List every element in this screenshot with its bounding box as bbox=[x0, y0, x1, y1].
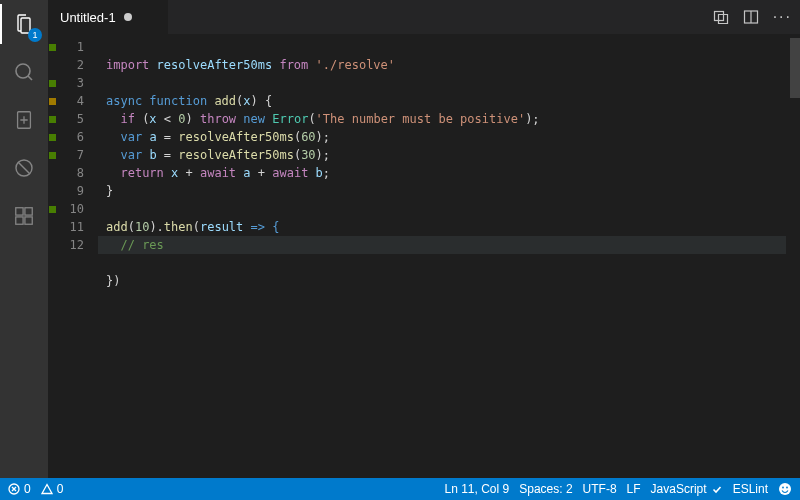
tab-untitled[interactable]: Untitled-1 bbox=[48, 0, 168, 34]
tab-title: Untitled-1 bbox=[60, 10, 116, 25]
editor-actions: ··· bbox=[705, 0, 800, 34]
gutter-warning-icon bbox=[49, 98, 56, 105]
status-indent[interactable]: Spaces: 2 bbox=[519, 482, 572, 496]
svg-point-11 bbox=[782, 487, 784, 489]
svg-point-0 bbox=[16, 64, 30, 78]
feedback-icon[interactable] bbox=[778, 482, 792, 496]
more-actions-icon[interactable]: ··· bbox=[773, 8, 792, 26]
gutter-marker-icon bbox=[49, 134, 56, 141]
gutter-marker-icon bbox=[49, 44, 56, 51]
scrollbar[interactable] bbox=[786, 34, 800, 478]
editor-group: Untitled-1 ··· bbox=[48, 0, 800, 478]
gutter-marker-icon bbox=[49, 80, 56, 87]
status-encoding[interactable]: UTF-8 bbox=[583, 482, 617, 496]
status-errors[interactable]: 0 bbox=[8, 482, 31, 496]
code-content[interactable]: import resolveAfter50ms from './resolve'… bbox=[98, 34, 800, 478]
svg-rect-5 bbox=[25, 217, 32, 224]
debug-icon[interactable] bbox=[8, 152, 40, 184]
compare-icon[interactable] bbox=[713, 9, 729, 25]
dirty-indicator-icon bbox=[124, 13, 132, 21]
status-warnings[interactable]: 0 bbox=[41, 482, 64, 496]
svg-rect-3 bbox=[16, 208, 23, 215]
svg-rect-6 bbox=[25, 208, 32, 215]
gutter-decorations bbox=[48, 34, 56, 478]
status-cursor[interactable]: Ln 11, Col 9 bbox=[445, 482, 510, 496]
svg-rect-4 bbox=[16, 217, 23, 224]
status-eslint[interactable]: ESLint bbox=[733, 482, 768, 496]
activity-bar: 1 bbox=[0, 0, 48, 478]
tab-bar: Untitled-1 ··· bbox=[48, 0, 800, 34]
line-numbers: 1 2 3 4 5 6 7 8 9 10 11 12 bbox=[56, 34, 98, 478]
status-eol[interactable]: LF bbox=[627, 482, 641, 496]
explorer-icon[interactable]: 1 bbox=[8, 8, 40, 40]
search-icon[interactable] bbox=[8, 56, 40, 88]
explorer-badge: 1 bbox=[28, 28, 42, 42]
gutter-marker-icon bbox=[49, 206, 56, 213]
extensions-icon[interactable] bbox=[8, 200, 40, 232]
status-language[interactable]: JavaScript bbox=[651, 482, 723, 496]
status-bar: 0 0 Ln 11, Col 9 Spaces: 2 UTF-8 LF Java… bbox=[0, 478, 800, 500]
scrollbar-thumb[interactable] bbox=[790, 38, 800, 98]
split-editor-icon[interactable] bbox=[743, 9, 759, 25]
svg-point-10 bbox=[779, 483, 791, 495]
source-control-icon[interactable] bbox=[8, 104, 40, 136]
svg-point-12 bbox=[786, 487, 788, 489]
gutter-marker-icon bbox=[49, 116, 56, 123]
code-editor[interactable]: 1 2 3 4 5 6 7 8 9 10 11 12 import resolv… bbox=[48, 34, 800, 478]
gutter-marker-icon bbox=[49, 152, 56, 159]
